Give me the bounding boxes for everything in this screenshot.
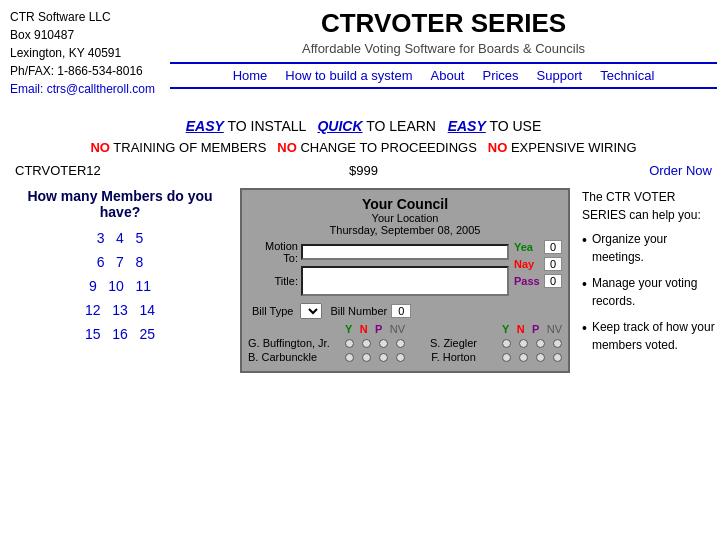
nav: Home How to build a system About Prices … [170, 62, 717, 89]
member-votes-horton [502, 353, 562, 362]
title-nav: CTRVOTER SERIES Affordable Voting Softwa… [170, 8, 717, 89]
vote-radio[interactable] [379, 353, 388, 362]
bullet-2: • Manage your voting records. [582, 274, 717, 310]
nav-prices[interactable]: Prices [482, 68, 518, 83]
bullet-1-text: Organize your meetings. [592, 230, 717, 266]
member-link-5[interactable]: 5 [136, 230, 144, 246]
member-link-7[interactable]: 7 [116, 254, 124, 270]
easy1-label: EASY [186, 118, 224, 134]
member-link-25[interactable]: 25 [139, 326, 155, 342]
title-input[interactable] [301, 266, 509, 296]
vote-radio[interactable] [345, 339, 354, 348]
member-link-12[interactable]: 12 [85, 302, 101, 318]
member-link-6[interactable]: 6 [97, 254, 105, 270]
vote-radio[interactable] [536, 339, 545, 348]
header: CTR Software LLC Box 910487 Lexington, K… [0, 0, 727, 98]
member-link-9[interactable]: 9 [89, 278, 97, 294]
members-header: Y N P NV Y N P NV [248, 323, 562, 335]
member-link-11[interactable]: 11 [136, 278, 152, 294]
nay-row: Nay 0 [514, 257, 562, 271]
member-link-15[interactable]: 15 [85, 326, 101, 342]
council-widget: Your Council Your Location Thursday, Sep… [240, 188, 570, 373]
pass-row: Pass 0 [514, 274, 562, 288]
header-p2: P [532, 323, 539, 335]
vote-radio[interactable] [553, 339, 562, 348]
no-line: NO TRAINING OF MEMBERS NO CHANGE TO PROC… [10, 140, 717, 155]
header-y2: Y [502, 323, 509, 335]
nav-support[interactable]: Support [537, 68, 583, 83]
company-email[interactable]: Email: ctrs@calltheroll.com [10, 82, 155, 96]
member-link-13[interactable]: 13 [112, 302, 128, 318]
council-location: Your Location [248, 212, 562, 224]
col-right: The CTR VOTER SERIES can help you: • Org… [570, 188, 717, 362]
company-box: Box 910487 [10, 26, 170, 44]
council-date: Thursday, September 08, 2005 [248, 224, 562, 236]
no2-text: CHANGE TO PROCEEDINGS [300, 140, 487, 155]
bullet-1: • Organize your meetings. [582, 230, 717, 266]
member-name-carbunckle: B. Carbunckle [248, 351, 345, 363]
quick-label: QUICK [317, 118, 362, 134]
bill-number-value: 0 [391, 304, 411, 318]
member-name-buffington: G. Buffington, Jr. [248, 337, 345, 349]
vote-radio[interactable] [396, 353, 405, 362]
member-link-3[interactable]: 3 [97, 230, 105, 246]
nay-count: 0 [544, 257, 562, 271]
bullet-3: • Keep track of how your members voted. [582, 318, 717, 354]
order-now-link[interactable]: Order Now [480, 163, 717, 178]
pass-count: 0 [544, 274, 562, 288]
member-link-4[interactable]: 4 [116, 230, 124, 246]
vote-radio[interactable] [519, 339, 528, 348]
member-link-8[interactable]: 8 [136, 254, 144, 270]
use-label: TO USE [489, 118, 541, 134]
vote-radio[interactable] [362, 339, 371, 348]
no1: NO [90, 140, 110, 155]
nav-how-to-build[interactable]: How to build a system [285, 68, 412, 83]
vote-radio[interactable] [502, 353, 511, 362]
vote-radio[interactable] [345, 353, 354, 362]
company-location: Lexington, KY 40591 [10, 44, 170, 62]
product-price: $999 [247, 163, 479, 178]
company-name: CTR Software LLC [10, 8, 170, 26]
member-votes-buffington [345, 339, 405, 348]
bullet-dot-1: • [582, 230, 587, 251]
member-links-6-7-8: 6 7 8 [10, 254, 230, 270]
vote-radio[interactable] [519, 353, 528, 362]
vote-radio[interactable] [502, 339, 511, 348]
no2: NO [277, 140, 297, 155]
bullet-dot-2: • [582, 274, 587, 295]
header-n: N [360, 323, 368, 335]
vote-radio[interactable] [396, 339, 405, 348]
member-link-10[interactable]: 10 [108, 278, 124, 294]
col-left: How many Members do you have? 3 4 5 6 7 … [10, 188, 240, 350]
member-name-horton: F. Horton [405, 351, 502, 363]
nav-home[interactable]: Home [233, 68, 268, 83]
yea-row: Yea 0 [514, 240, 562, 254]
header-n2: N [517, 323, 525, 335]
vote-radio[interactable] [553, 353, 562, 362]
product-name: CTRVOTER12 [10, 163, 247, 178]
nay-label: Nay [514, 258, 542, 270]
main-content: EASY TO INSTALL QUICK TO LEARN EASY TO U… [0, 98, 727, 373]
vote-radio[interactable] [362, 353, 371, 362]
yea-count: 0 [544, 240, 562, 254]
bill-row: Bill Type Bill Number 0 [248, 303, 562, 319]
bill-type-select[interactable] [300, 303, 322, 319]
member-links-3-4-5: 3 4 5 [10, 230, 230, 246]
motion-input[interactable] [301, 244, 509, 260]
company-info: CTR Software LLC Box 910487 Lexington, K… [10, 8, 170, 98]
member-link-16[interactable]: 16 [112, 326, 128, 342]
vote-radio[interactable] [379, 339, 388, 348]
council-title: Your Council [248, 196, 562, 212]
header-nv: NV [390, 323, 405, 335]
product-row: CTRVOTER12 $999 Order Now [10, 163, 717, 178]
right-intro: The CTR VOTER SERIES can help you: [582, 188, 717, 224]
learn-label: TO LEARN [366, 118, 447, 134]
nav-technical[interactable]: Technical [600, 68, 654, 83]
nav-about[interactable]: About [431, 68, 465, 83]
member-link-14[interactable]: 14 [139, 302, 155, 318]
member-votes-carbunckle [345, 353, 405, 362]
bill-type-label: Bill Type [252, 305, 293, 317]
vote-radio[interactable] [536, 353, 545, 362]
member-row-2: B. Carbunckle F. Horton [248, 351, 562, 363]
install-label: TO INSTALL [227, 118, 317, 134]
